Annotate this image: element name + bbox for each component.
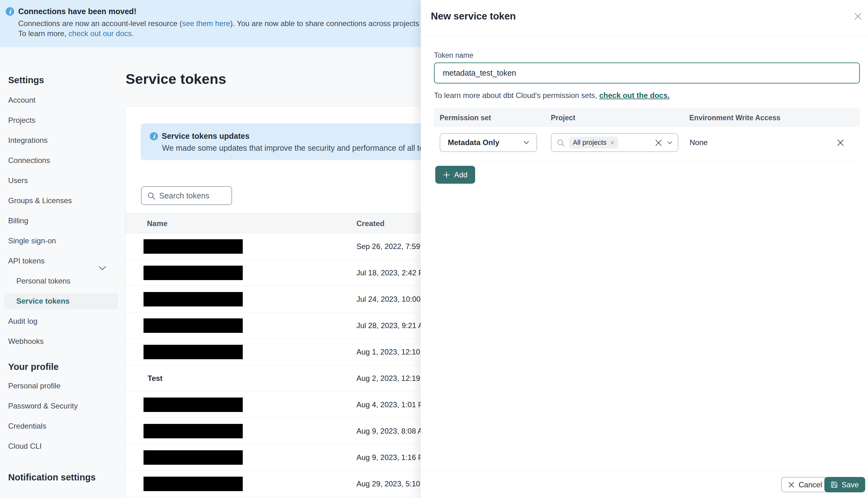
column-header-created: Created [356, 213, 384, 234]
redacted-token-name [144, 239, 243, 254]
add-permission-button[interactable]: Add [435, 166, 475, 184]
check-out-the-docs-link[interactable]: check out the docs. [599, 91, 670, 100]
your-profile-heading: Your profile [8, 362, 125, 372]
info-icon: i [6, 7, 14, 16]
search-tokens-box [141, 186, 232, 205]
column-header-env-write-access: Environment Write Access [689, 109, 780, 127]
permission-docs-line: To learn more about dbt Cloud's permissi… [434, 91, 670, 100]
token-name-label: Token name [434, 51, 473, 60]
sidebar-item-projects[interactable]: Projects [0, 110, 125, 130]
sidebar-item-account[interactable]: Account [0, 90, 125, 110]
search-icon [147, 192, 156, 201]
sidebar-item-personal-tokens[interactable]: Personal tokens [0, 271, 125, 291]
search-input[interactable] [159, 187, 228, 205]
redacted-token-name [144, 266, 243, 280]
plus-icon [443, 171, 450, 179]
save-button[interactable]: Save [824, 477, 865, 492]
banner-body-prefix: Connections are now an account-level res… [18, 19, 182, 28]
sidebar-item-personal-profile[interactable]: Personal profile [0, 376, 125, 396]
permission-table-header: Permission set Project Environment Write… [434, 108, 860, 127]
add-button-label: Add [454, 170, 468, 179]
docs-prefix: To learn more about dbt Cloud's permissi… [434, 91, 599, 100]
close-icon [788, 481, 795, 488]
permission-set-select[interactable]: Metadata Only [440, 133, 537, 152]
redacted-token-name [144, 424, 243, 438]
sidebar-item-audit-log[interactable]: Audit log [0, 311, 125, 331]
token-name: Test [148, 365, 163, 392]
page-title: Service tokens [126, 71, 226, 87]
redacted-token-name [144, 345, 243, 359]
redacted-token-name [144, 318, 243, 333]
banner-learn-more: To learn more, [18, 29, 68, 38]
new-service-token-panel: New service token Token name To learn mo… [421, 0, 868, 498]
save-button-label: Save [842, 481, 859, 489]
sidebar-item-api-tokens[interactable]: API tokens [0, 251, 125, 271]
redacted-token-name [144, 477, 243, 491]
token-name-input[interactable] [443, 63, 851, 82]
redacted-token-name [144, 292, 243, 306]
sidebar-item-webhooks[interactable]: Webhooks [0, 331, 125, 351]
see-them-here-link[interactable]: see them here [182, 19, 230, 28]
all-projects-chip[interactable]: All projects [569, 136, 618, 148]
column-header-project: Project [551, 109, 575, 127]
column-header-name: Name [147, 213, 167, 234]
permission-set-value: Metadata Only [448, 134, 499, 151]
redacted-token-name [144, 450, 243, 465]
sidebar-item-connections[interactable]: Connections [0, 150, 125, 170]
cancel-button[interactable]: Cancel [781, 477, 829, 492]
token-name-field [434, 63, 860, 83]
sidebar-item-password-security[interactable]: Password & Security [0, 396, 125, 416]
redacted-token-name [144, 397, 243, 412]
cancel-button-label: Cancel [799, 481, 822, 489]
check-out-our-docs-link[interactable]: check out our docs. [68, 29, 134, 38]
banner-body-2: To learn more, check out our docs. [18, 29, 134, 38]
permission-row-divider [434, 161, 860, 161]
notification-settings-heading: Notification settings [8, 472, 125, 483]
search-icon [556, 139, 565, 148]
sidebar-item-credentials[interactable]: Credentials [0, 416, 125, 436]
banner-title: Connections have been moved! [18, 7, 136, 16]
save-icon [831, 481, 838, 488]
project-multiselect[interactable]: All projects [551, 133, 678, 152]
panel-title: New service token [431, 11, 516, 22]
remove-permission-row-icon[interactable] [834, 136, 847, 149]
settings-sidebar: Settings Account Projects Integrations C… [0, 47, 125, 498]
sidebar-item-single-sign-on[interactable]: Single sign-on [0, 231, 125, 251]
chip-label: All projects [573, 139, 607, 147]
info-icon: i [150, 132, 158, 140]
column-header-permission-set: Permission set [440, 109, 491, 127]
sidebar-item-integrations[interactable]: Integrations [0, 130, 125, 150]
chevron-down-icon[interactable] [667, 140, 673, 146]
chevron-down-icon [523, 140, 529, 146]
clear-selection-icon[interactable] [655, 139, 662, 148]
close-icon[interactable] [851, 9, 866, 24]
remove-chip-icon[interactable] [610, 140, 615, 145]
settings-heading: Settings [8, 75, 125, 86]
sidebar-item-cloud-cli[interactable]: Cloud CLI [0, 436, 125, 456]
sidebar-item-service-tokens[interactable]: Service tokens [0, 291, 125, 311]
sidebar-item-billing[interactable]: Billing [0, 211, 125, 231]
sidebar-item-users[interactable]: Users [0, 170, 125, 191]
panel-footer-divider [421, 471, 868, 471]
sidebar-item-groups-licenses[interactable]: Groups & Licenses [0, 191, 125, 211]
env-write-access-value: None [689, 133, 708, 152]
panel-header-divider [421, 36, 868, 37]
infobox-title: Service tokens updates [162, 132, 249, 141]
